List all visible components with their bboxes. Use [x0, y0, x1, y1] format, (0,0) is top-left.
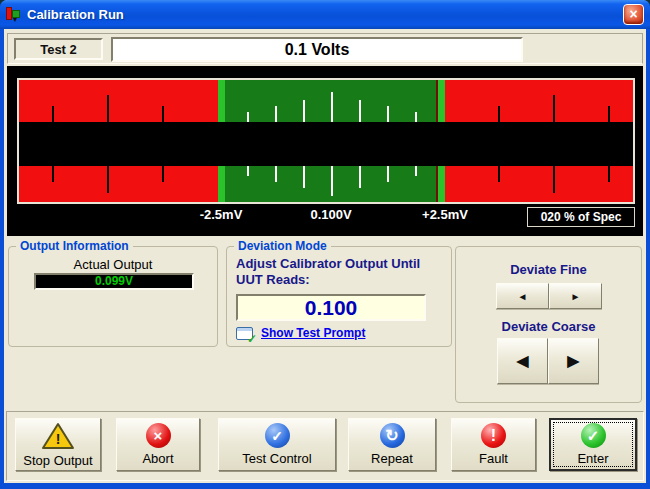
left-arrow-icon: ◄	[518, 291, 528, 302]
scale-tick	[608, 106, 610, 122]
group-title: Deviation Mode	[234, 239, 331, 253]
scale-tick	[107, 95, 109, 122]
fault-exclamation-icon: !	[481, 423, 506, 448]
deviate-fine-label: Deviate Fine	[456, 262, 641, 277]
scale-tick	[52, 106, 54, 122]
pass-zone-right-edge	[438, 166, 445, 202]
scale-tick	[415, 166, 417, 176]
show-test-prompt-row[interactable]: ✓ Show Test Prompt	[236, 326, 365, 340]
scale-tick	[275, 166, 277, 182]
scale-tick	[331, 166, 333, 196]
group-title: Output Information	[16, 239, 133, 253]
show-test-prompt-link[interactable]: Show Test Prompt	[261, 326, 365, 340]
pass-zone-left-edge	[218, 80, 225, 122]
deviate-fine-left-button[interactable]: ◄	[496, 283, 549, 309]
scale-tick	[275, 106, 277, 122]
deviation-mode-group: Deviation Mode Adjust Calibrator Output …	[226, 246, 452, 347]
window-title: Calibration Run	[27, 7, 618, 22]
calibration-run-window: ▾ Calibration Run × Test 2 0.1 Volts	[0, 0, 650, 489]
scale-tick	[359, 166, 361, 188]
scale-tick	[608, 166, 610, 182]
target-reading-field: 0.100	[236, 294, 426, 321]
test-point-value-field: 0.1 Volts	[111, 37, 523, 62]
scale-tick	[52, 166, 54, 182]
pass-zone-right-edge	[438, 80, 445, 122]
pass-zone-left-edge	[218, 166, 225, 202]
deviate-fine-right-button[interactable]: ►	[549, 283, 602, 309]
app-icon: ▾	[6, 7, 22, 22]
scale-tick	[331, 92, 333, 122]
close-button[interactable]: ×	[623, 4, 644, 25]
scale-tick	[247, 112, 249, 122]
repeat-icon: ↻	[380, 423, 405, 448]
scale-tick	[303, 100, 305, 122]
button-label: Repeat	[371, 451, 413, 466]
abort-button[interactable]: × Abort	[116, 418, 200, 471]
test-control-button[interactable]: ✓ Test Control	[218, 418, 336, 471]
enter-button[interactable]: ✓ Enter	[549, 418, 637, 471]
scale-tick	[387, 166, 389, 182]
output-information-group: Output Information Actual Output 0.099V	[8, 246, 218, 347]
button-label: Enter	[577, 451, 608, 466]
meter-track	[19, 122, 633, 166]
abort-x-icon: ×	[146, 423, 171, 448]
scale-tick	[415, 112, 417, 122]
test-prompt-icon: ✓	[236, 327, 253, 340]
deviate-coarse-left-button[interactable]: ◄	[497, 338, 548, 384]
client-area: Test 2 0.1 Volts	[4, 29, 646, 483]
actual-output-readout: 0.099V	[34, 273, 194, 290]
warning-icon: !	[41, 422, 75, 450]
meter-low-limit-label: -2.5mV	[200, 207, 243, 222]
test-control-check-icon: ✓	[265, 423, 290, 448]
scale-tick	[498, 166, 500, 182]
meter-band-area	[17, 78, 635, 204]
scale-tick	[553, 166, 555, 193]
scale-tick	[107, 166, 109, 193]
button-label: Stop Output	[23, 453, 92, 468]
test-header-panel: Test 2 0.1 Volts	[7, 33, 643, 64]
meter-band-top	[19, 80, 633, 122]
button-label: Fault	[479, 451, 508, 466]
scale-tick	[387, 106, 389, 122]
meter-nominal-label: 0.100V	[310, 207, 351, 222]
percent-of-spec-badge: 020 % of Spec	[527, 207, 635, 227]
test-number-badge: Test 2	[14, 38, 103, 60]
right-arrow-icon: ►	[563, 349, 584, 373]
deviate-coarse-label: Deviate Coarse	[456, 319, 641, 334]
button-label: Abort	[142, 451, 173, 466]
enter-check-icon: ✓	[581, 423, 606, 448]
fault-button[interactable]: ! Fault	[451, 418, 536, 471]
meter-high-limit-label: +2.5mV	[422, 207, 468, 222]
close-icon: ×	[629, 6, 637, 22]
scale-tick	[162, 166, 164, 182]
scale-tick	[359, 100, 361, 122]
title-bar: ▾ Calibration Run ×	[0, 0, 650, 29]
deviation-meter: -2.5mV 0.100V +2.5mV 020 % of Spec	[7, 66, 643, 236]
scale-tick	[247, 166, 249, 176]
button-label: Test Control	[242, 451, 311, 466]
repeat-button[interactable]: ↻ Repeat	[348, 418, 436, 471]
deviate-controls-panel: Deviate Fine ◄ ► Deviate Coarse ◄ ►	[455, 246, 642, 403]
actual-output-label: Actual Output	[9, 257, 217, 272]
left-arrow-icon: ◄	[512, 349, 533, 373]
action-button-bar: ! Stop Output × Abort ✓ Test Control ↻ R…	[6, 411, 644, 481]
deviate-coarse-right-button[interactable]: ►	[548, 338, 599, 384]
meter-band-bottom	[19, 166, 633, 202]
scale-tick	[553, 95, 555, 122]
stop-output-button[interactable]: ! Stop Output	[15, 418, 101, 471]
right-arrow-icon: ►	[571, 291, 581, 302]
scale-tick	[498, 106, 500, 122]
scale-tick	[303, 166, 305, 188]
scale-tick	[162, 106, 164, 122]
deviation-instruction-text: Adjust Calibrator Output Until UUT Reads…	[236, 256, 444, 288]
